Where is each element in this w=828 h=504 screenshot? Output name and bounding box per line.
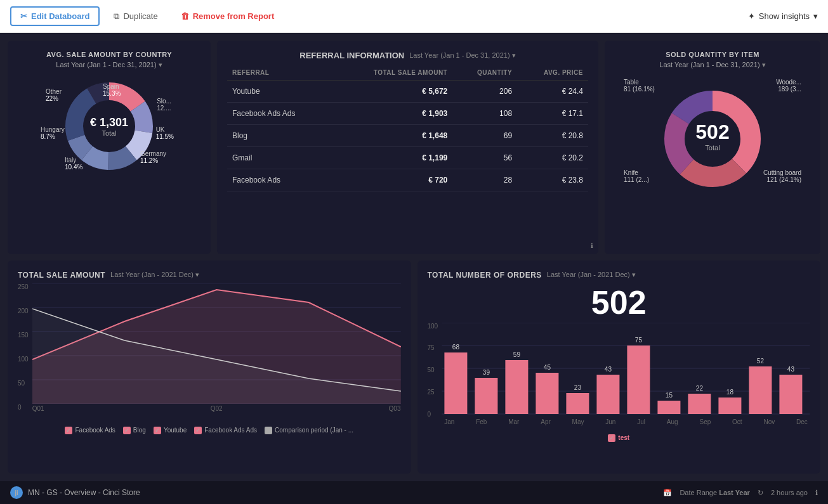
total-sale-chart-area: 250 200 150 100 50 0 [18,283,401,423]
total-sale-svg [32,283,401,404]
bar-feb [475,378,498,414]
svg-text:75: 75 [635,337,643,344]
bar-nov [749,366,772,414]
x-feb: Feb [476,418,487,425]
total-sale-header: TOTAL SALE AMOUNT Last Year (Jan - 2021 … [18,271,401,280]
table-row: Youtube € 5,672 206 € 24.4 [227,81,588,103]
referral-header: REFERRAL INFORMATION Last Year (Jan 1 - … [227,51,588,60]
sold-qty-donut-container: 502 Total Woode...189 (3... Cutting boar… [624,75,801,196]
statusbar: ji MN - GS - Overview - Cinci Store 📅 Da… [0,481,828,504]
legend-comparison: ✓ Comparison period (Jan - ... [265,427,353,434]
legend-facebook-ads: ✓ Facebook Ads [65,427,115,434]
svg-text:52: 52 [757,358,765,365]
total-orders-chart-area: 100 75 50 25 0 [428,323,811,430]
x-mar: Mar [508,418,519,425]
y-25: 25 [428,389,438,396]
x-q01: Q01 [32,405,44,412]
avg-sale-title: AVG. SALE AMOUNT BY COUNTRY [18,51,200,58]
bar-jan [445,352,468,414]
insights-icon: ✦ [748,11,755,21]
y-0-orders: 0 [428,411,438,418]
spain-label: Spain15.3% [103,83,121,97]
toolbar: ✂ Edit Databoard ⧉ Duplicate 🗑 Remove fr… [0,0,828,33]
info-icon-status[interactable]: ℹ [815,489,818,497]
sold-qty-period[interactable]: Last Year (Jan 1 - Dec 31, 2021) ▾ [615,61,810,69]
top-row: AVG. SALE AMOUNT BY COUNTRY Last Year (J… [8,41,820,254]
bar-jun [597,375,620,414]
total-orders-svg: 68 39 59 45 23 [442,323,810,415]
svg-text:59: 59 [513,351,521,358]
avg-sale-card: AVG. SALE AMOUNT BY COUNTRY Last Year (J… [8,41,211,254]
sold-qty-center: 502 Total [695,120,729,152]
legend-youtube-checkbox: ✓ [154,427,161,434]
total-sale-period[interactable]: Last Year (Jan - 2021 Dec) ▾ [110,271,199,279]
bar-may [567,393,589,414]
legend-comparison-checkbox: ✓ [265,427,272,434]
y-50: 50 [18,380,29,387]
total-orders-card: TOTAL NUMBER OF ORDERS Last Year (Jan - … [417,261,821,474]
col-total-sale: TOTAL SALE AMOUNT [332,65,452,81]
y-100: 100 [18,356,29,363]
statusbar-left: ji MN - GS - Overview - Cinci Store [10,486,140,499]
sold-qty-label: Total [695,144,729,152]
x-axis-labels: Q01 Q02 Q03 [32,404,401,413]
x-jul: Jul [637,418,645,425]
show-insights-button[interactable]: ✦ Show insights ▾ [748,11,818,21]
italy-label: Italy10.4% [65,157,82,171]
edit-databoard-button[interactable]: ✂ Edit Databoard [10,6,100,26]
remove-from-report-button[interactable]: 🗑 Remove from Report [172,8,284,25]
x-may: May [572,418,584,425]
y-100: 100 [428,323,438,330]
bar-aug [658,401,681,414]
duplicate-button[interactable]: ⧉ Duplicate [105,8,166,25]
total-sale-card: TOTAL SALE AMOUNT Last Year (Jan - 2021 … [8,261,411,474]
legend-facebook-ads-ads-checkbox: ✓ [194,427,202,434]
x-apr: Apr [541,418,551,425]
orders-legend: ✓ test [428,434,811,442]
bar-oct [719,397,742,414]
svg-text:43: 43 [605,366,612,373]
bar-sep [688,394,711,414]
sold-qty-card: SOLD QUANTITY BY ITEM Last Year (Jan 1 -… [605,41,820,254]
total-orders-period[interactable]: Last Year (Jan - 2021 Dec) ▾ [547,271,636,279]
svg-text:68: 68 [452,344,460,351]
table-label: Table81 (16.1%) [624,79,655,93]
avg-sale-period[interactable]: Last Year (Jan 1 - Dec 31, 2021) ▾ [18,61,200,69]
table-row: Facebook Ads € 720 28 € 23.8 [227,169,588,191]
referral-card: REFERRAL INFORMATION Last Year (Jan 1 - … [217,41,598,254]
legend-youtube: ✓ Youtube [154,427,187,434]
x-oct: Oct [732,418,742,425]
bar-mar [506,360,529,414]
y-50: 50 [428,366,438,373]
col-quantity: QUANTITY [452,65,517,81]
bar-chart-wrapper: 68 39 59 45 23 [442,323,810,430]
y-75: 75 [428,344,438,351]
germany-label: Germany11.2% [140,150,166,164]
referral-period[interactable]: Last Year (Jan 1 - Dec 31, 2021) ▾ [409,51,515,60]
trash-icon: 🗑 [181,11,189,21]
legend-test: ✓ test [608,434,629,442]
duplicate-label: Duplicate [123,11,157,21]
calendar-icon: 📅 [663,489,672,497]
y-0: 0 [18,404,29,411]
svg-text:22: 22 [696,385,704,392]
total-sale-legend: ✓ Facebook Ads ✓ Blog ✓ Youtube ✓ Facebo… [18,427,401,434]
orders-y-axis: 100 75 50 25 0 [428,323,442,430]
x-q02: Q02 [211,405,223,412]
woode-label: Woode...189 (3... [776,79,801,93]
y-250: 250 [18,283,29,290]
referral-info-icon[interactable]: ℹ [591,242,593,249]
svg-text:15: 15 [666,392,673,399]
col-referral: Referral [227,65,332,81]
show-insights-label: Show insights [759,11,810,21]
x-sep: Sep [699,418,711,425]
x-dec: Dec [796,418,808,425]
bar-jul [628,346,650,414]
app-logo: ji [10,486,23,499]
col-avg-price: AVG. PRICE [517,65,588,81]
table-row: Gmail € 1,199 56 € 20.2 [227,147,588,169]
legend-facebook-ads-checkbox: ✓ [65,427,72,434]
updated-time: 2 hours ago [771,489,808,496]
total-sale-chart-inner: Q01 Q02 Q03 [32,283,401,423]
svg-text:45: 45 [544,364,551,371]
